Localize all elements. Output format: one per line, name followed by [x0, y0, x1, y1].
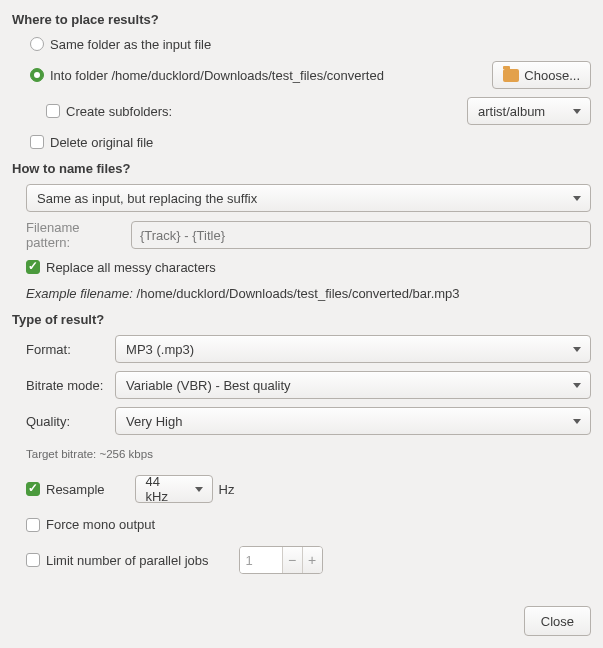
delete-original-label: Delete original file: [50, 135, 153, 150]
section-title-where: Where to place results?: [0, 6, 603, 31]
limit-jobs-decrement[interactable]: −: [282, 547, 302, 573]
resample-label: Resample: [46, 482, 105, 497]
limit-jobs-checkbox[interactable]: Limit number of parallel jobs: [26, 553, 209, 568]
resample-unit: Hz: [219, 482, 235, 497]
force-mono-label: Force mono output: [46, 517, 155, 532]
limit-jobs-spinner[interactable]: − +: [239, 546, 323, 574]
radio-into-folder[interactable]: Into folder /home/ducklord/Downloads/tes…: [30, 68, 486, 83]
quality-label: Quality:: [26, 414, 109, 429]
target-bitrate-text: Target bitrate: ~256 kbps: [26, 448, 153, 460]
radio-same-folder[interactable]: Same folder as the input file: [30, 37, 211, 52]
section-title-howname: How to name files?: [0, 155, 603, 180]
resample-rate-combo[interactable]: 44 kHz: [135, 475, 213, 503]
filename-pattern-label: Filename pattern:: [26, 220, 123, 250]
bitrate-mode-combo[interactable]: Variable (VBR) - Best quality: [115, 371, 591, 399]
create-subfolders-label: Create subfolders:: [66, 104, 172, 119]
radio-same-folder-label: Same folder as the input file: [50, 37, 211, 52]
folder-icon: [503, 69, 519, 82]
resample-checkbox[interactable]: Resample: [26, 482, 105, 497]
limit-jobs-increment[interactable]: +: [302, 547, 322, 573]
force-mono-checkbox[interactable]: Force mono output: [26, 517, 155, 532]
subfolder-pattern-combo[interactable]: artist/album: [467, 97, 591, 125]
create-subfolders-checkbox[interactable]: Create subfolders:: [46, 104, 172, 119]
section-title-result: Type of result?: [0, 306, 603, 331]
replace-messy-label: Replace all messy characters: [46, 260, 216, 275]
choose-folder-button[interactable]: Choose...: [492, 61, 591, 89]
limit-jobs-label: Limit number of parallel jobs: [46, 553, 209, 568]
replace-messy-checkbox[interactable]: Replace all messy characters: [26, 260, 216, 275]
naming-mode-combo[interactable]: Same as input, but replacing the suffix: [26, 184, 591, 212]
close-button[interactable]: Close: [524, 606, 591, 636]
quality-combo[interactable]: Very High: [115, 407, 591, 435]
limit-jobs-input[interactable]: [240, 547, 282, 573]
example-filename: Example filename: /home/ducklord/Downloa…: [26, 286, 460, 301]
bitrate-mode-label: Bitrate mode:: [26, 378, 109, 393]
format-label: Format:: [26, 342, 109, 357]
format-combo[interactable]: MP3 (.mp3): [115, 335, 591, 363]
filename-pattern-input[interactable]: [131, 221, 591, 249]
radio-into-folder-label: Into folder /home/ducklord/Downloads/tes…: [50, 68, 384, 83]
delete-original-checkbox[interactable]: Delete original file: [30, 135, 153, 150]
